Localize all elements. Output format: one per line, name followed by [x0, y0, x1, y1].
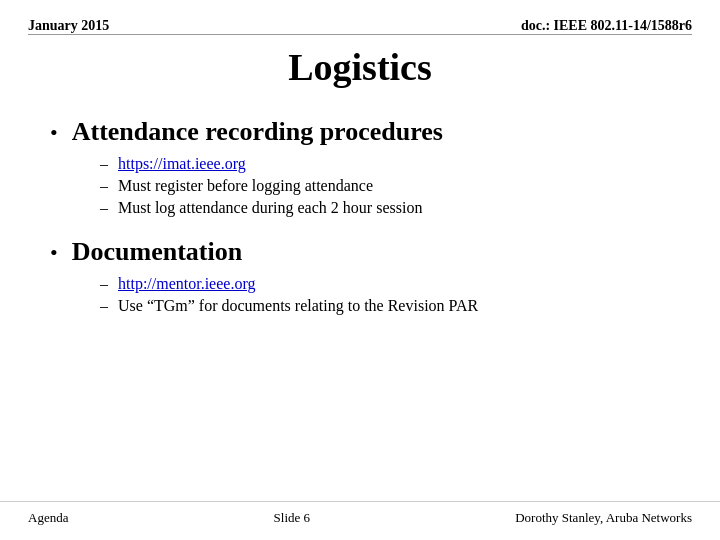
sub-bullets-documentation: – http://mentor.ieee.org – Use “TGm” for…	[50, 275, 670, 315]
slide-footer: Agenda Slide 6 Dorothy Stanley, Aruba Ne…	[0, 501, 720, 526]
bullet-documentation: • Documentation – http://mentor.ieee.org…	[50, 237, 670, 315]
footer-center: Slide 6	[274, 510, 310, 526]
header-date: January 2015	[28, 18, 109, 34]
bullet-attendance-main: • Attendance recording procedures	[50, 117, 670, 147]
header-doc: doc.: IEEE 802.11-14/1588r6	[521, 18, 692, 34]
sub-dash-2: –	[100, 177, 108, 195]
bullet-attendance-label: Attendance recording procedures	[72, 117, 443, 147]
sub-bullet-register: – Must register before logging attendanc…	[100, 177, 670, 195]
bullet-dot-1: •	[50, 122, 58, 144]
sub-text-log: Must log attendance during each 2 hour s…	[118, 199, 422, 217]
bullet-documentation-main: • Documentation	[50, 237, 670, 267]
sub-bullet-link2: – http://mentor.ieee.org	[100, 275, 670, 293]
sub-dash-3: –	[100, 199, 108, 217]
slide: January 2015 doc.: IEEE 802.11-14/1588r6…	[0, 0, 720, 540]
sub-text-link1: https://imat.ieee.org	[118, 155, 246, 173]
bullet-dot-2: •	[50, 242, 58, 264]
sub-text-register: Must register before logging attendance	[118, 177, 373, 195]
footer-left: Agenda	[28, 510, 68, 526]
bullet-attendance: • Attendance recording procedures – http…	[50, 117, 670, 217]
slide-content: • Attendance recording procedures – http…	[0, 117, 720, 315]
sub-dash-1: –	[100, 155, 108, 173]
sub-text-tgm: Use “TGm” for documents relating to the …	[118, 297, 478, 315]
footer-right: Dorothy Stanley, Aruba Networks	[515, 510, 692, 526]
header-divider	[28, 34, 692, 35]
sub-bullets-attendance: – https://imat.ieee.org – Must register …	[50, 155, 670, 217]
slide-title: Logistics	[288, 46, 432, 88]
title-section: Logistics	[0, 45, 720, 89]
sub-bullet-log: – Must log attendance during each 2 hour…	[100, 199, 670, 217]
sub-dash-4: –	[100, 275, 108, 293]
sub-bullet-link1: – https://imat.ieee.org	[100, 155, 670, 173]
sub-text-link2: http://mentor.ieee.org	[118, 275, 255, 293]
sub-dash-5: –	[100, 297, 108, 315]
sub-bullet-tgm: – Use “TGm” for documents relating to th…	[100, 297, 670, 315]
bullet-documentation-label: Documentation	[72, 237, 242, 267]
slide-header: January 2015 doc.: IEEE 802.11-14/1588r6	[0, 0, 720, 34]
imat-link[interactable]: https://imat.ieee.org	[118, 155, 246, 172]
mentor-link[interactable]: http://mentor.ieee.org	[118, 275, 255, 292]
